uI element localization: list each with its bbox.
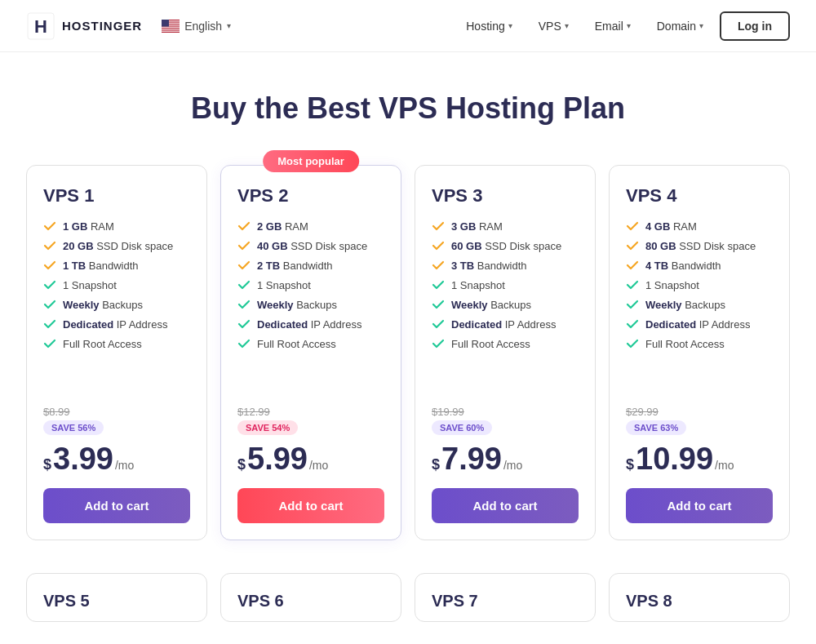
pricing-bottom-vps4: $29.99SAVE 63%$10.99/moAdd to cart bbox=[626, 406, 773, 523]
feature-item: 20 GB SSD Disk space bbox=[43, 239, 190, 252]
hero-section: Buy the Best VPS Hosting Plan bbox=[0, 52, 816, 152]
brand[interactable]: H HOSTINGER bbox=[26, 11, 142, 41]
brand-name-label: HOSTINGER bbox=[62, 19, 142, 33]
check-icon bbox=[626, 220, 639, 233]
language-label: English bbox=[184, 20, 222, 33]
feature-text: Weekly Backups bbox=[451, 299, 531, 311]
feature-text: Dedicated IP Address bbox=[63, 318, 167, 331]
bottom-plans-grid: VPS 5VPS 6VPS 7VPS 8 bbox=[0, 573, 816, 638]
us-flag-icon bbox=[162, 20, 180, 33]
feature-text: Dedicated IP Address bbox=[645, 318, 750, 331]
partial-card-vps-8: VPS 8 bbox=[609, 573, 790, 622]
feature-item: Full Root Access bbox=[237, 337, 384, 350]
price-period: /mo bbox=[715, 459, 734, 472]
price-amount: 3.99 bbox=[53, 442, 113, 477]
plan-name-vps2: VPS 2 bbox=[237, 185, 384, 207]
pricing-bottom-vps3: $19.99SAVE 60%$7.99/moAdd to cart bbox=[432, 406, 579, 523]
check-icon bbox=[626, 298, 639, 311]
original-price: $19.99 bbox=[432, 406, 579, 418]
feature-item: 1 Snapshot bbox=[43, 278, 190, 291]
feature-item: Weekly Backups bbox=[43, 298, 190, 311]
partial-card-vps-7: VPS 7 bbox=[415, 573, 596, 622]
feature-list-vps2: 2 GB RAM40 GB SSD Disk space2 TB Bandwid… bbox=[237, 220, 384, 389]
check-icon bbox=[237, 259, 251, 272]
save-badge: SAVE 56% bbox=[43, 420, 104, 435]
original-price: $29.99 bbox=[626, 406, 773, 418]
feature-text: 3 GB RAM bbox=[451, 220, 503, 233]
price-row: $5.99/mo bbox=[237, 442, 384, 477]
price-row: $7.99/mo bbox=[432, 442, 579, 477]
price-dollar-sign: $ bbox=[43, 456, 51, 473]
language-selector[interactable]: English ▾ bbox=[162, 20, 231, 33]
partial-plan-name: VPS 8 bbox=[626, 592, 672, 611]
price-dollar-sign: $ bbox=[237, 456, 246, 473]
feature-item: 4 GB RAM bbox=[626, 220, 773, 233]
nav-vps-link[interactable]: VPS ▾ bbox=[529, 13, 579, 39]
check-icon bbox=[237, 239, 251, 252]
partial-card-vps-6: VPS 6 bbox=[220, 573, 401, 622]
price-amount: 7.99 bbox=[441, 442, 502, 477]
feature-item: 3 TB Bandwidth bbox=[432, 259, 579, 272]
feature-item: 1 Snapshot bbox=[432, 278, 579, 291]
feature-text: Weekly Backups bbox=[257, 299, 337, 311]
original-price: $8.99 bbox=[43, 406, 190, 418]
partial-plan-name: VPS 7 bbox=[432, 592, 478, 611]
original-price: $12.99 bbox=[237, 406, 384, 418]
save-badge: SAVE 63% bbox=[626, 420, 686, 435]
add-to-cart-button-vps2[interactable]: Add to cart bbox=[237, 488, 384, 523]
add-to-cart-button-vps1[interactable]: Add to cart bbox=[43, 488, 190, 523]
email-chevron-icon: ▾ bbox=[627, 21, 631, 30]
svg-rect-10 bbox=[162, 20, 169, 27]
add-to-cart-button-vps3[interactable]: Add to cart bbox=[432, 488, 579, 523]
feature-item: Dedicated IP Address bbox=[626, 318, 773, 331]
plan-card-vps1: VPS 11 GB RAM20 GB SSD Disk space1 TB Ba… bbox=[26, 165, 207, 540]
price-row: $10.99/mo bbox=[626, 442, 773, 477]
check-icon bbox=[432, 239, 445, 252]
feature-text: 20 GB SSD Disk space bbox=[63, 240, 173, 252]
feature-text: 1 GB RAM bbox=[63, 220, 114, 233]
feature-item: 3 GB RAM bbox=[432, 220, 579, 233]
feature-list-vps4: 4 GB RAM80 GB SSD Disk space4 TB Bandwid… bbox=[626, 220, 773, 389]
plan-card-vps4: VPS 44 GB RAM80 GB SSD Disk space4 TB Ba… bbox=[609, 165, 790, 540]
feature-text: 80 GB SSD Disk space bbox=[645, 240, 756, 252]
price-dollar-sign: $ bbox=[626, 456, 634, 473]
feature-text: 4 TB Bandwidth bbox=[645, 260, 721, 272]
feature-text: 1 Snapshot bbox=[451, 279, 505, 291]
plan-card-vps3: VPS 33 GB RAM60 GB SSD Disk space3 TB Ba… bbox=[415, 165, 596, 540]
feature-text: 1 Snapshot bbox=[63, 279, 117, 291]
save-badge: SAVE 60% bbox=[432, 420, 492, 435]
price-period: /mo bbox=[309, 459, 328, 472]
feature-item: 4 TB Bandwidth bbox=[626, 259, 773, 272]
feature-text: Full Root Access bbox=[451, 338, 530, 350]
nav-hosting-link[interactable]: Hosting ▾ bbox=[456, 13, 521, 39]
price-amount: 10.99 bbox=[636, 442, 713, 477]
plan-wrapper-vps3: VPS 33 GB RAM60 GB SSD Disk space3 TB Ba… bbox=[415, 165, 596, 540]
feature-item: 2 GB RAM bbox=[237, 220, 384, 233]
plan-name-vps4: VPS 4 bbox=[626, 185, 773, 207]
svg-rect-8 bbox=[162, 29, 180, 29]
feature-text: Full Root Access bbox=[63, 338, 142, 350]
check-icon bbox=[432, 278, 445, 291]
plan-wrapper-vps4: VPS 44 GB RAM80 GB SSD Disk space4 TB Ba… bbox=[609, 165, 790, 540]
feature-item: 1 TB Bandwidth bbox=[43, 259, 190, 272]
page-title: Buy the Best VPS Hosting Plan bbox=[26, 91, 790, 126]
login-button[interactable]: Log in bbox=[720, 11, 790, 41]
nav-domain-link[interactable]: Domain ▾ bbox=[647, 13, 713, 39]
feature-text: Full Root Access bbox=[645, 338, 725, 350]
check-icon bbox=[43, 337, 56, 350]
nav-email-link[interactable]: Email ▾ bbox=[585, 13, 641, 39]
check-icon bbox=[43, 239, 56, 252]
add-to-cart-button-vps4[interactable]: Add to cart bbox=[626, 488, 773, 523]
feature-item: 1 Snapshot bbox=[626, 278, 773, 291]
feature-text: Full Root Access bbox=[257, 338, 336, 350]
hostinger-logo-icon: H bbox=[26, 11, 55, 41]
partial-plan-name: VPS 6 bbox=[237, 592, 284, 611]
svg-rect-9 bbox=[162, 30, 180, 31]
feature-text: Weekly Backups bbox=[645, 299, 725, 311]
svg-text:H: H bbox=[34, 16, 47, 37]
check-icon bbox=[626, 278, 639, 291]
feature-text: 1 Snapshot bbox=[257, 279, 311, 291]
price-amount: 5.99 bbox=[247, 442, 308, 477]
check-icon bbox=[432, 220, 445, 233]
feature-item: Full Root Access bbox=[432, 337, 579, 350]
